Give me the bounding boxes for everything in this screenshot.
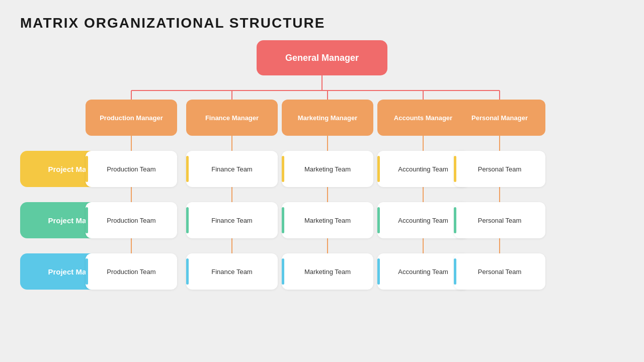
- team-row1-personal: Personal Team: [454, 151, 545, 187]
- general-manager-label: General Manager: [285, 53, 359, 63]
- manager-box-production: Production Manager: [86, 100, 177, 136]
- team-label-r1-production: Production Team: [107, 165, 155, 173]
- manager-label-accounts: Accounts Manager: [394, 114, 452, 122]
- team-label-r2-finance: Finance Team: [211, 217, 252, 224]
- team-row1-finance: Finance Team: [186, 151, 278, 187]
- team-label-r1-marketing: Marketing Team: [304, 165, 351, 173]
- team-row3-personal: Personal Team: [454, 253, 545, 290]
- team-label-r3-marketing: Marketing Team: [304, 268, 351, 276]
- team-row2-production: Production Team: [86, 202, 177, 238]
- team-label-r2-personal: Personal Team: [478, 217, 521, 224]
- team-label-r1-accounting: Accounting Team: [398, 165, 448, 173]
- team-row2-personal: Personal Team: [454, 202, 545, 238]
- manager-label-marketing: Marketing Manager: [298, 114, 357, 122]
- chart-area: General Manager Production Manager Finan…: [20, 40, 624, 322]
- manager-box-marketing: Marketing Manager: [282, 100, 373, 136]
- manager-label-personal: Personal Manager: [471, 114, 528, 122]
- team-label-r2-accounting: Accounting Team: [398, 217, 448, 224]
- team-row2-finance: Finance Team: [186, 202, 278, 238]
- manager-label-production: Production Manager: [100, 114, 163, 122]
- team-row3-marketing: Marketing Team: [282, 253, 373, 290]
- team-label-r3-production: Production Team: [107, 268, 155, 276]
- team-label-r1-finance: Finance Team: [211, 165, 252, 173]
- team-row3-finance: Finance Team: [186, 253, 278, 290]
- team-label-r2-production: Production Team: [107, 217, 155, 224]
- team-label-r3-finance: Finance Team: [211, 268, 252, 276]
- team-row1-production: Production Team: [86, 151, 177, 187]
- page: MATRIX ORGANIZATIONAL STRUCTURE: [0, 0, 644, 362]
- team-row3-production: Production Team: [86, 253, 177, 290]
- team-label-r1-personal: Personal Team: [478, 165, 521, 173]
- manager-box-personal: Personal Manager: [454, 100, 545, 136]
- team-row1-marketing: Marketing Team: [282, 151, 373, 187]
- content-wrapper: MATRIX ORGANIZATIONAL STRUCTURE: [20, 15, 624, 322]
- team-row2-marketing: Marketing Team: [282, 202, 373, 238]
- team-label-r3-personal: Personal Team: [478, 268, 521, 276]
- team-label-r2-marketing: Marketing Team: [304, 217, 351, 224]
- manager-box-finance: Finance Manager: [186, 100, 278, 136]
- manager-label-finance: Finance Manager: [205, 114, 259, 122]
- page-title: MATRIX ORGANIZATIONAL STRUCTURE: [20, 15, 624, 31]
- team-label-r3-accounting: Accounting Team: [398, 268, 448, 276]
- general-manager-box: General Manager: [257, 40, 387, 75]
